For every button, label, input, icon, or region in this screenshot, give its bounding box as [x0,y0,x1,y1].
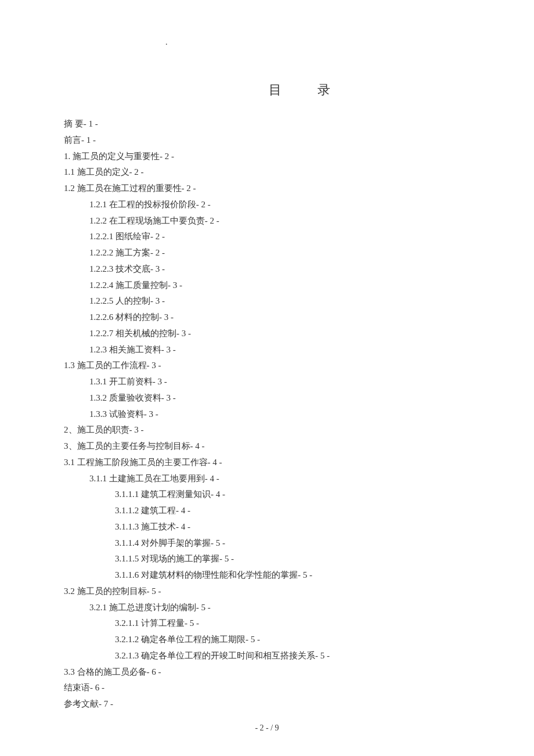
toc-entry: 1.2.2.7 相关机械的控制- 3 - [64,326,470,342]
toc-entry: 1.2 施工员在施工过程的重要性- 2 - [64,181,470,197]
toc-entry: 3.1.1.6 对建筑材料的物理性能和化学性能的掌握- 5 - [64,567,470,584]
toc-entry: 3.3 合格的施工员必备- 6 - [64,664,470,681]
toc-list: 摘 要- 1 -前言- 1 -1. 施工员的定义与重要性- 2 -1.1 施工员… [64,116,470,712]
toc-entry: 1.2.2.1 图纸绘审- 2 - [64,229,470,245]
toc-entry: 3.2.1.3 确定各单位工程的开竣工时间和相互搭接关系- 5 - [64,648,470,664]
toc-entry: 3.1.1 土建施工员在工地要用到- 4 - [64,471,470,487]
toc-entry: 3.2.1.2 确定各单位工程的施工期限- 5 - [64,632,470,648]
toc-entry: 3.1.1.3 施工技术- 4 - [64,519,470,535]
toc-entry: 前言- 1 - [64,132,470,149]
toc-entry: 1.3.2 质量验收资料- 3 - [64,390,470,406]
toc-entry: 1.1 施工员的定义- 2 - [64,164,470,181]
toc-entry: 1.2.2.2 施工方案- 2 - [64,245,470,261]
toc-entry: 1.2.2.5 人的控制- 3 - [64,293,470,309]
toc-entry: 1.3 施工员的工作流程- 3 - [64,358,470,374]
toc-entry: 3.1.1.4 对外脚手架的掌握- 5 - [64,535,470,552]
page: . 目 录 摘 要- 1 -前言- 1 -1. 施工员的定义与重要性- 2 -1… [0,0,534,756]
toc-entry: 1.2.2.3 技术交底- 3 - [64,261,470,278]
toc-entry: 1.2.2.6 材料的控制- 3 - [64,309,470,326]
toc-entry: 结束语- 6 - [64,680,470,696]
toc-entry: 3.1.1.1 建筑工程测量知识- 4 - [64,487,470,503]
toc-entry: 2、施工员的职责- 3 - [64,422,470,438]
toc-entry: 1. 施工员的定义与重要性- 2 - [64,149,470,165]
toc-entry: 1.2.2 在工程现场施工中要负责- 2 - [64,213,470,229]
page-footer: - 2 - / 9 [0,723,534,733]
toc-entry: 3.1.1.2 建筑工程- 4 - [64,503,470,519]
toc-entry: 3.2.1 施工总进度计划的编制- 5 - [64,600,470,616]
toc-entry: 1.3.3 试验资料- 3 - [64,406,470,423]
toc-entry: 3.1 工程施工阶段施工员的主要工作容- 4 - [64,455,470,471]
toc-title: 目 录 [145,81,470,99]
toc-entry: 1.3.1 开工前资料- 3 - [64,374,470,390]
toc-entry: 3.2.1.1 计算工程量- 5 - [64,615,470,632]
toc-entry: 1.2.1 在工程的投标报价阶段- 2 - [64,197,470,213]
toc-entry: 1.2.2.4 施工质量控制- 3 - [64,278,470,294]
toc-entry: 1.2.3 相关施工资料- 3 - [64,342,470,358]
toc-entry: 摘 要- 1 - [64,116,470,132]
header-dot: . [165,38,168,47]
toc-entry: 参考文献- 7 - [64,696,470,712]
toc-entry: 3.1.1.5 对现场的施工的掌握- 5 - [64,551,470,567]
toc-entry: 3、施工员的主要任务与控制目标- 4 - [64,438,470,455]
toc-entry: 3.2 施工员的控制目标- 5 - [64,584,470,600]
